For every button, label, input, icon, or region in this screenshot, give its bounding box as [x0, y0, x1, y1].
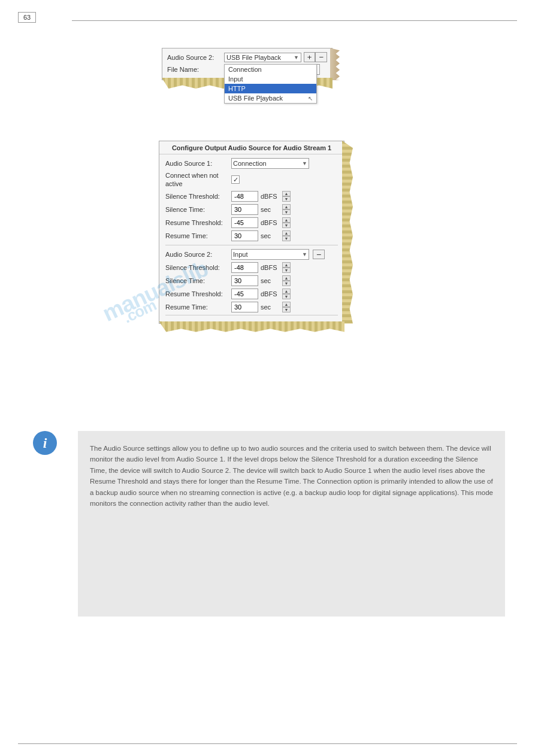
spinner-down-1b[interactable]: ▼ — [282, 210, 291, 215]
silence-time-spinner-2[interactable]: ▲ ▼ — [282, 275, 291, 286]
audio-source-2-select[interactable]: Input ▼ — [231, 249, 309, 260]
page-number-box: 63 — [18, 12, 36, 23]
spinner-up-2c[interactable]: ▲ — [282, 289, 291, 294]
file-name-label-s1: File Name: — [167, 66, 224, 73]
silence-time-unit-2: sec — [261, 277, 279, 284]
info-box: The Audio Source settings allow you to d… — [78, 431, 505, 617]
section2-screenshot: Configure Output Audio Source for Audio … — [159, 141, 344, 324]
resume-threshold-unit-2: dBFS — [261, 290, 279, 297]
audio-source-2-arrow: ▼ — [302, 251, 307, 257]
screenshot-box-1: Audio Source 2: USB File Playback ▼ + − … — [162, 48, 333, 80]
resume-threshold-unit-1: dBFS — [261, 219, 279, 226]
audio-source-value-s1: USB File Playback — [226, 54, 281, 61]
silence-time-unit-1: sec — [261, 206, 279, 213]
add-source-button-s1[interactable]: + — [304, 52, 316, 62]
dropdown-menu-s1: Connection Input HTTP USB File Playback … — [224, 64, 317, 104]
spinner-down-2c[interactable]: ▼ — [282, 294, 291, 299]
bottom-rule — [18, 743, 517, 744]
resume-time-label-1: Resume Time: — [165, 232, 231, 239]
watermark-2: .com — [120, 296, 159, 327]
audio-source-1-value: Connection — [233, 160, 267, 167]
audio-source-2-value: Input — [233, 251, 247, 258]
resume-threshold-spinner-1[interactable]: ▲ ▼ — [282, 217, 291, 228]
silence-threshold-unit-2: dBFS — [261, 264, 279, 271]
resume-time-unit-1: sec — [261, 232, 279, 239]
spinner-up-1c[interactable]: ▲ — [282, 217, 291, 223]
audio-source-1-select[interactable]: Connection ▼ — [231, 158, 309, 169]
connect-label: Connect when not active — [165, 171, 231, 189]
spinner-up-1a[interactable]: ▲ — [282, 191, 291, 196]
spinner-up-2d[interactable]: ▲ — [282, 302, 291, 307]
torn-bottom-edge-s2 — [159, 321, 344, 332]
spinner-down-1c[interactable]: ▼ — [282, 223, 291, 228]
audio-source-2-label-s1: Audio Source 2: — [167, 54, 224, 61]
silence-threshold-label-1: Silence Threshold: — [165, 193, 231, 200]
silence-time-label-2: Silence Time: — [165, 277, 231, 284]
silence-time-input-1[interactable] — [231, 204, 258, 215]
audio-source-select-s1[interactable]: USB File Playback ▼ — [224, 53, 301, 62]
silence-threshold-spinner-2[interactable]: ▲ ▼ — [282, 262, 291, 273]
info-icon: i — [33, 431, 57, 455]
resume-threshold-label-2: Resume Threshold: — [165, 290, 231, 297]
silence-time-spinner-1[interactable]: ▲ ▼ — [282, 204, 291, 215]
silence-threshold-spinner-1[interactable]: ▲ ▼ — [282, 191, 291, 202]
spinner-down-2d[interactable]: ▼ — [282, 307, 291, 312]
silence-time-label-1: Silence Time: — [165, 206, 231, 213]
torn-right-edge-s1 — [330, 48, 341, 80]
section1-screenshot: Audio Source 2: USB File Playback ▼ + − … — [162, 48, 333, 80]
spinner-down-1d[interactable]: ▼ — [282, 236, 291, 241]
section3: i The Audio Source settings allow you to… — [66, 431, 505, 617]
remove-source2-button[interactable]: − — [313, 250, 325, 259]
resume-time-spinner-1[interactable]: ▲ ▼ — [282, 230, 291, 241]
info-text: The Audio Source settings allow you to d… — [90, 443, 493, 509]
resume-threshold-input-1[interactable] — [231, 217, 258, 228]
select-arrow-s1: ▼ — [294, 54, 299, 60]
torn-right-edge-s2 — [342, 141, 353, 324]
config-box: Configure Output Audio Source for Audio … — [159, 141, 344, 324]
silence-time-input-2[interactable] — [231, 275, 258, 286]
silence-threshold-input-2[interactable] — [231, 262, 258, 273]
config-title: Configure Output Audio Source for Audio … — [159, 141, 344, 154]
resume-threshold-label-1: Resume Threshold: — [165, 219, 231, 226]
dropdown-item-connection[interactable]: Connection — [225, 65, 316, 74]
dropdown-item-http[interactable]: HTTP — [225, 84, 316, 93]
dropdown-item-usb[interactable]: USB File Playback ↖ — [225, 93, 316, 103]
source-separator — [165, 245, 338, 245]
resume-time-unit-2: sec — [261, 303, 279, 311]
spinner-up-1b[interactable]: ▲ — [282, 204, 291, 210]
top-rule — [72, 20, 517, 21]
resume-time-spinner-2[interactable]: ▲ ▼ — [282, 302, 291, 312]
audio-source-1-label: Audio Source 1: — [165, 160, 231, 167]
silence-threshold-input-1[interactable] — [231, 191, 258, 202]
resume-time-input-2[interactable] — [231, 302, 258, 312]
spinner-up-2b[interactable]: ▲ — [282, 275, 291, 281]
spinner-up-1d[interactable]: ▲ — [282, 230, 291, 236]
remove-source-button-s1[interactable]: − — [315, 52, 327, 62]
resume-threshold-spinner-2[interactable]: ▲ ▼ — [282, 289, 291, 299]
spinner-down-2a[interactable]: ▼ — [282, 268, 291, 273]
audio-source-1-arrow: ▼ — [302, 160, 307, 166]
resume-threshold-input-2[interactable] — [231, 289, 258, 299]
silence-threshold-unit-1: dBFS — [261, 193, 279, 200]
audio-source-2-label: Audio Source 2: — [165, 251, 231, 258]
connect-checkbox[interactable]: ✓ — [231, 175, 240, 184]
silence-threshold-label-2: Silence Threshold: — [165, 264, 231, 271]
spinner-down-1a[interactable]: ▼ — [282, 196, 291, 202]
resume-time-label-2: Resume Time: — [165, 303, 231, 311]
dropdown-item-input[interactable]: Input — [225, 74, 316, 84]
resume-time-input-1[interactable] — [231, 230, 258, 241]
spinner-up-2a[interactable]: ▲ — [282, 262, 291, 268]
spinner-down-2b[interactable]: ▼ — [282, 281, 291, 286]
